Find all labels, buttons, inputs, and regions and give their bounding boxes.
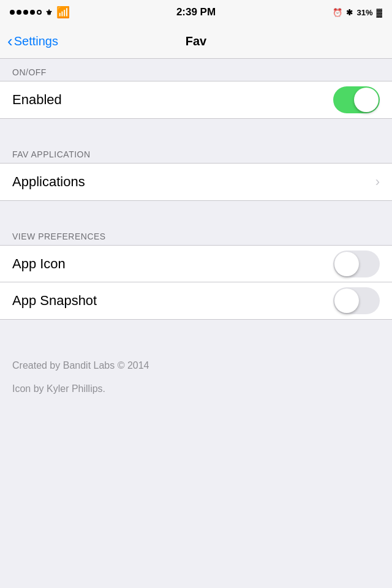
app-icon-label: App Icon (12, 256, 66, 272)
credit-kyler-phillips: Icon by Kyler Phillips. (12, 383, 380, 394)
app-icon-toggle[interactable] (333, 251, 380, 277)
section-header-onoff: ON/OFF (0, 59, 392, 81)
enabled-label: Enabled (12, 92, 62, 108)
back-button[interactable]: ‹ Settings (7, 34, 58, 49)
section-header-view: VIEW PREFERENCES (0, 223, 392, 245)
signal-dots (10, 10, 42, 15)
row-app-snapshot: App Snapshot (0, 282, 392, 319)
status-right: ⏰ ✱ 31% ▓ (333, 8, 382, 17)
bluetooth-icon: ✱ (346, 8, 353, 17)
battery-icon: ▓ (377, 8, 382, 17)
battery-percent: 31% (356, 8, 372, 17)
alarm-icon: ⏰ (333, 8, 342, 17)
spacer-3 (0, 320, 392, 342)
nav-bar: ‹ Settings Fav (0, 24, 392, 59)
row-applications[interactable]: Applications › (0, 164, 392, 200)
back-label: Settings (14, 34, 58, 48)
status-left: ⚜ 📶 (10, 6, 70, 19)
signal-dot-5 (37, 10, 42, 15)
spacer-1 (0, 119, 392, 141)
carrier-icon: ⚜ (45, 8, 53, 17)
signal-dot-4 (30, 10, 35, 15)
settings-group-fav: Applications › (0, 163, 392, 201)
credit-bandit-labs: Created by Bandit Labs © 2014 (12, 360, 380, 371)
spacer-2 (0, 201, 392, 223)
app-snapshot-label: App Snapshot (12, 293, 97, 309)
row-app-icon: App Icon (0, 246, 392, 282)
back-arrow-icon: ‹ (7, 33, 13, 49)
nav-title: Fav (186, 34, 206, 48)
applications-chevron-icon: › (375, 174, 380, 190)
enabled-toggle-knob (354, 88, 379, 112)
settings-group-onoff: Enabled (0, 81, 392, 119)
settings-group-view: App Icon App Snapshot (0, 245, 392, 320)
enabled-toggle[interactable] (333, 86, 380, 113)
wifi-icon: 📶 (56, 6, 70, 19)
status-time: 2:39 PM (176, 6, 216, 18)
app-snapshot-toggle[interactable] (333, 287, 380, 314)
signal-dot-2 (17, 10, 21, 15)
app-icon-toggle-knob (334, 252, 359, 276)
row-enabled: Enabled (0, 81, 392, 118)
section-header-fav: FAV APPLICATION (0, 141, 392, 163)
app-snapshot-toggle-knob (334, 288, 359, 313)
signal-dot-1 (10, 10, 15, 15)
footer: Created by Bandit Labs © 2014 Icon by Ky… (0, 342, 392, 419)
status-bar: ⚜ 📶 2:39 PM ⏰ ✱ 31% ▓ (0, 0, 392, 24)
signal-dot-3 (23, 10, 28, 15)
applications-label: Applications (12, 174, 85, 190)
